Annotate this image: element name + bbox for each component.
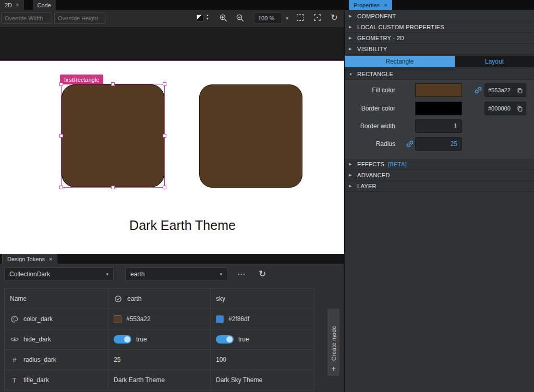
- column-header-sky[interactable]: sky: [211, 289, 314, 309]
- properties-panel: Properties × ▶ COMPONENT ▶ LOCAL CUSTOM …: [344, 0, 534, 392]
- tab-design-tokens[interactable]: Design Tokens ×: [2, 254, 57, 264]
- section-component[interactable]: ▶ COMPONENT: [345, 11, 534, 22]
- sync-icon[interactable]: ↻: [256, 267, 269, 280]
- border-width-input[interactable]: 1: [415, 119, 462, 133]
- tab-properties[interactable]: Properties ×: [349, 0, 392, 10]
- selection-frame-icon[interactable]: [297, 14, 304, 21]
- token-value-cell[interactable]: 100: [211, 350, 314, 370]
- override-height-input[interactable]: [54, 13, 105, 24]
- toggle-switch[interactable]: [114, 335, 131, 344]
- section-label: VISIBILITY: [357, 46, 387, 52]
- zoom-out-icon[interactable]: [236, 14, 245, 22]
- copy-icon[interactable]: [517, 105, 523, 112]
- toggle-switch[interactable]: [216, 335, 234, 344]
- section-rectangle[interactable]: ▼ RECTANGLE: [345, 69, 534, 80]
- section-effects[interactable]: ▶ EFFECTS [BETA]: [345, 159, 534, 170]
- selection-handle[interactable]: [163, 134, 166, 138]
- border-color-swatch[interactable]: [415, 102, 462, 115]
- token-name-cell[interactable]: color_dark: [5, 309, 108, 329]
- selection-handle[interactable]: [59, 186, 63, 189]
- color-swatch[interactable]: [216, 315, 224, 323]
- fill-color-value: #553a22: [488, 87, 515, 93]
- selection-name-tag[interactable]: firstRectangle: [60, 75, 103, 84]
- selection-handle[interactable]: [111, 82, 115, 86]
- link-icon[interactable]: [474, 86, 482, 94]
- editor-tabbar: 2D × Code: [0, 0, 344, 10]
- color-swatch[interactable]: [114, 315, 122, 323]
- column-header-name[interactable]: Name: [5, 289, 108, 309]
- selection-handle[interactable]: [59, 134, 63, 138]
- close-icon[interactable]: ×: [16, 2, 19, 8]
- design-canvas[interactable]: firstRectangle Dark Earth Theme: [0, 61, 344, 254]
- reload-icon[interactable]: ↻: [330, 11, 339, 23]
- number-value: 100: [216, 356, 226, 363]
- rectangle-shape[interactable]: [62, 84, 164, 187]
- border-width-label: Border width: [345, 119, 395, 133]
- selection-handle[interactable]: [59, 82, 63, 86]
- zoom-level-select[interactable]: 100 %: [254, 13, 282, 24]
- caret-right-icon: ▶: [349, 173, 354, 177]
- tab-2d[interactable]: 2D ×: [0, 0, 24, 10]
- canvas-margin-strip: [0, 27, 344, 60]
- radius-input[interactable]: 25: [415, 137, 462, 151]
- second-rectangle[interactable]: [199, 84, 302, 188]
- section-geometry-2d[interactable]: ▶ GEOMETRY - 2D: [345, 33, 534, 44]
- caret-right-icon: ▶: [349, 14, 354, 18]
- token-name-cell[interactable]: T title_dark: [5, 370, 108, 390]
- toggle-value: true: [136, 336, 147, 343]
- rectangle-properties: Fill color #553a22 Border color #000000: [345, 80, 534, 159]
- section-visibility[interactable]: ▶ VISIBILITY: [345, 44, 534, 55]
- fill-color-swatch[interactable]: [415, 83, 462, 97]
- more-options-button[interactable]: ⋯: [235, 267, 248, 281]
- stepper-arrows-icon[interactable]: ▴ ▾: [207, 14, 209, 20]
- beta-badge: [BETA]: [388, 161, 407, 167]
- canvas-toolbar: ▴ ▾ 100 % ▾ ↻: [0, 10, 344, 27]
- selection-handle[interactable]: [111, 186, 115, 189]
- text-type-icon: T: [10, 376, 19, 384]
- token-value-cell[interactable]: Dark Earth Theme: [108, 370, 211, 390]
- token-value-cell[interactable]: 25: [108, 350, 211, 370]
- selection-handle[interactable]: [163, 186, 166, 189]
- copy-icon[interactable]: [517, 87, 523, 94]
- section-label: EFFECTS: [357, 161, 384, 167]
- zoom-in-icon[interactable]: [219, 14, 228, 22]
- header-label: sky: [216, 295, 225, 302]
- token-value-cell[interactable]: Dark Sky Theme: [211, 370, 314, 390]
- tab-design-tokens-label: Design Tokens: [7, 256, 45, 262]
- canvas-background-color-icon[interactable]: [197, 15, 203, 21]
- section-local-custom-properties[interactable]: ▶ LOCAL CUSTOM PROPERTIES: [345, 22, 534, 33]
- token-name-cell[interactable]: hide_dark: [5, 329, 108, 350]
- caret-right-icon: ▶: [349, 36, 354, 40]
- design-tokens-panel: Design Tokens × CollectionDark ▾ earth ▾…: [0, 254, 344, 392]
- collection-select[interactable]: CollectionDark ▾: [4, 267, 114, 281]
- token-value-cell[interactable]: true: [211, 329, 314, 350]
- tab-layout[interactable]: Layout: [455, 56, 534, 67]
- zoom-to-selection-icon[interactable]: [313, 14, 321, 21]
- chevron-down-icon: ▾: [102, 272, 108, 277]
- mode-select[interactable]: earth ▾: [125, 267, 227, 281]
- zoom-level-value: 100 %: [258, 15, 274, 21]
- border-width-row: Border width 1: [345, 119, 534, 133]
- tab-rectangle[interactable]: Rectangle: [345, 56, 455, 67]
- selected-rectangle[interactable]: [62, 84, 164, 187]
- token-value-cell[interactable]: true: [108, 329, 211, 350]
- selection-handle[interactable]: [163, 82, 166, 86]
- section-layer[interactable]: ▶ LAYER: [345, 181, 534, 192]
- close-icon[interactable]: ×: [49, 256, 52, 262]
- section-advanced[interactable]: ▶ ADVANCED: [345, 170, 534, 181]
- fill-color-value-box[interactable]: #553a22: [484, 83, 526, 97]
- close-icon[interactable]: ×: [384, 2, 387, 8]
- token-value-cell[interactable]: #553a22: [108, 309, 211, 329]
- token-value-cell[interactable]: #2f86df: [211, 309, 314, 329]
- create-mode-button[interactable]: Create mode +: [327, 309, 339, 376]
- canvas-text-item[interactable]: Dark Earth Theme: [129, 218, 236, 233]
- column-header-earth[interactable]: earth: [108, 289, 211, 309]
- override-width-input[interactable]: [1, 13, 52, 24]
- link-icon[interactable]: [406, 140, 414, 148]
- chevron-down-icon[interactable]: ▾: [283, 13, 291, 24]
- header-label: earth: [127, 295, 141, 302]
- spinner-down-icon[interactable]: ▾: [207, 17, 209, 20]
- tab-code[interactable]: Code: [33, 0, 56, 10]
- border-color-value-box[interactable]: #000000: [484, 102, 526, 115]
- token-name-cell[interactable]: # radius_dark: [5, 350, 108, 370]
